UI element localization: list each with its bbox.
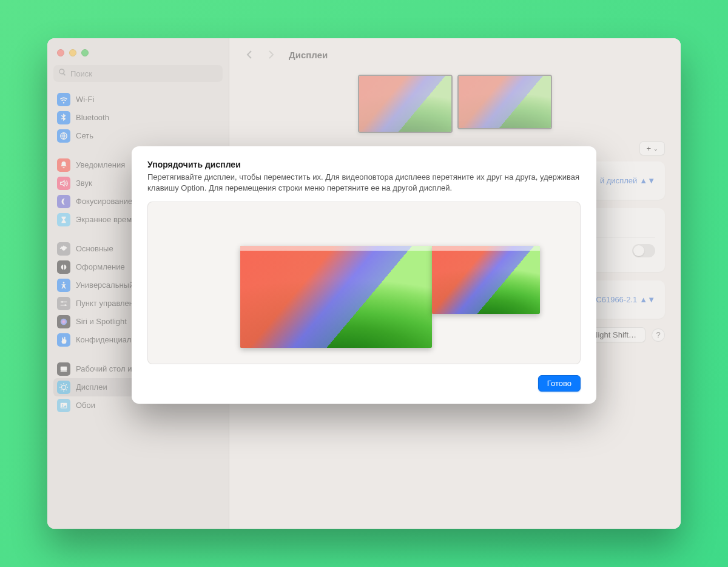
modal-overlay: Упорядочить дисплеи Перетягивайте диспле… [47, 38, 681, 529]
arrange-display-1[interactable] [240, 246, 432, 348]
modal-title: Упорядочить дисплеи [147, 160, 581, 169]
modal-description: Перетягивайте дисплеи, чтобы переместить… [147, 172, 581, 193]
menu-bar-indicator[interactable] [432, 246, 540, 251]
arrange-displays-modal: Упорядочить дисплеи Перетягивайте диспле… [132, 146, 596, 404]
menu-bar-indicator[interactable] [240, 246, 432, 251]
arrange-display-2[interactable] [432, 246, 540, 314]
settings-window: Wi-FiBluetoothСетьУведомленияЗвукФокусир… [47, 38, 681, 529]
done-button[interactable]: Готово [538, 375, 581, 392]
arrange-canvas[interactable] [147, 202, 581, 364]
